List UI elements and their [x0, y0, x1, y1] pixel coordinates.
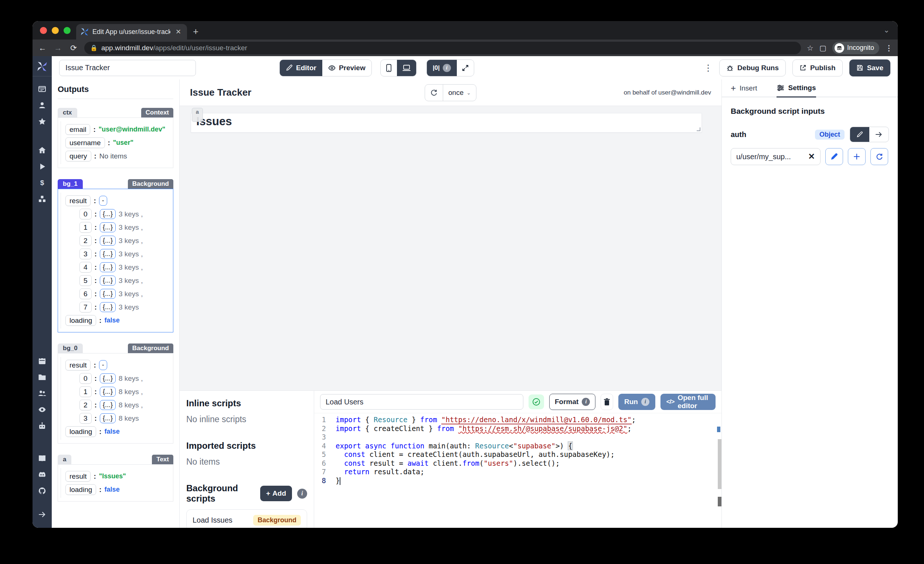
- expand-object-pill[interactable]: {...}: [100, 236, 116, 245]
- expand-object-pill[interactable]: {...}: [100, 400, 116, 410]
- editor-mode-button[interactable]: Editor: [280, 60, 322, 76]
- cubes-icon[interactable]: [33, 191, 52, 207]
- code-line[interactable]: 7 return result.data;: [314, 468, 722, 476]
- item-index-pill[interactable]: 5: [80, 275, 92, 286]
- mobile-view-button[interactable]: [381, 60, 397, 76]
- expand-object-pill[interactable]: {...}: [100, 222, 116, 232]
- open-full-editor-button[interactable]: </> Open full editor: [660, 394, 716, 410]
- preview-mode-button[interactable]: Preview: [322, 60, 372, 76]
- expand-object-pill[interactable]: {...}: [100, 275, 116, 286]
- delete-script-button[interactable]: [601, 394, 613, 410]
- new-tab-button[interactable]: +: [193, 26, 198, 39]
- output-key-pill[interactable]: result: [65, 195, 90, 206]
- item-index-pill[interactable]: 1: [80, 222, 92, 233]
- item-index-pill[interactable]: 0: [80, 209, 92, 219]
- output-key-pill[interactable]: result: [65, 471, 90, 482]
- play-icon[interactable]: [33, 159, 52, 175]
- app-name-input[interactable]: [59, 60, 196, 76]
- code-editor[interactable]: 1import { Resource } from "https://deno.…: [314, 413, 722, 528]
- background-script-row[interactable]: Load IssuesBackground: [186, 509, 307, 528]
- home-icon[interactable]: [33, 142, 52, 159]
- item-index-pill[interactable]: 1: [80, 386, 92, 397]
- code-line[interactable]: 2import { createClient } from "https://e…: [314, 424, 722, 433]
- clear-icon[interactable]: ✕: [808, 152, 815, 162]
- reload-icon[interactable]: ⟳: [69, 43, 78, 52]
- code-line[interactable]: 5 const client = createClient(auth.supab…: [314, 450, 722, 459]
- expand-object-pill[interactable]: {...}: [100, 289, 116, 299]
- collapse-toggle[interactable]: -: [99, 196, 107, 206]
- eye-icon[interactable]: [33, 401, 52, 418]
- output-section-tab[interactable]: a: [58, 455, 71, 464]
- refresh-resource-button[interactable]: [870, 148, 888, 165]
- back-icon[interactable]: ←: [38, 43, 47, 52]
- desktop-view-button[interactable]: [397, 60, 416, 76]
- url-field[interactable]: 🔒 app.windmill.dev/apps/edit/u/user/issu…: [84, 42, 801, 54]
- item-index-pill[interactable]: 4: [80, 262, 92, 272]
- refresh-button[interactable]: [425, 85, 443, 101]
- star-icon[interactable]: [33, 114, 52, 130]
- output-key-pill[interactable]: query: [65, 151, 91, 162]
- item-index-pill[interactable]: 2: [80, 399, 92, 410]
- item-index-pill[interactable]: 6: [80, 289, 92, 299]
- calendar-icon[interactable]: [33, 353, 52, 369]
- minimize-window-button[interactable]: [52, 27, 59, 34]
- collapse-sidebar-icon[interactable]: [33, 506, 52, 523]
- text-component[interactable]: a Issues: [191, 113, 702, 133]
- save-button[interactable]: Save: [849, 60, 890, 76]
- side-panel-icon[interactable]: ▢: [819, 43, 826, 52]
- output-key-pill[interactable]: loading: [65, 315, 96, 326]
- resize-handle[interactable]: [697, 127, 700, 131]
- run-button[interactable]: Runi: [618, 394, 655, 410]
- discord-icon[interactable]: [33, 467, 52, 483]
- tab-insert[interactable]: + Insert: [731, 79, 757, 97]
- item-index-pill[interactable]: 3: [80, 413, 92, 423]
- user-icon[interactable]: [33, 97, 52, 114]
- connect-mode-button[interactable]: [869, 127, 888, 142]
- item-index-pill[interactable]: 3: [80, 248, 92, 259]
- output-key-pill[interactable]: loading: [65, 484, 96, 495]
- editor-scrollbar[interactable]: [718, 439, 722, 489]
- resource-input[interactable]: u/user/my_sup... ✕: [731, 148, 820, 165]
- close-window-button[interactable]: [40, 27, 47, 34]
- maximize-window-button[interactable]: [64, 27, 70, 34]
- code-line[interactable]: 6 const result = await client.from("user…: [314, 459, 722, 468]
- forward-icon[interactable]: →: [53, 43, 63, 52]
- code-line[interactable]: 1import { Resource } from "https://deno.…: [314, 416, 722, 424]
- dollar-icon[interactable]: $: [33, 175, 52, 191]
- edit-resource-button[interactable]: [825, 148, 843, 165]
- tab-search-chevron-icon[interactable]: ⌄: [884, 25, 890, 34]
- expand-object-pill[interactable]: {...}: [100, 249, 116, 259]
- fullscreen-button[interactable]: [457, 60, 474, 76]
- expand-object-pill[interactable]: {...}: [100, 373, 116, 383]
- output-key-pill[interactable]: email: [65, 124, 90, 135]
- expand-object-pill[interactable]: {...}: [100, 209, 116, 219]
- debug-runs-button[interactable]: Debug Runs: [719, 60, 786, 76]
- github-icon[interactable]: [33, 483, 52, 499]
- code-line[interactable]: 3: [314, 433, 722, 442]
- refresh-mode-dropdown[interactable]: once ⌄: [443, 85, 476, 101]
- book-icon[interactable]: [33, 450, 52, 467]
- outputs-bar-button[interactable]: |0| i: [427, 60, 457, 76]
- tab-close-icon[interactable]: ✕: [174, 28, 183, 36]
- users-icon[interactable]: [33, 385, 52, 401]
- expand-object-pill[interactable]: {...}: [100, 387, 116, 397]
- output-key-pill[interactable]: loading: [65, 426, 96, 437]
- bookmark-star-icon[interactable]: ☆: [807, 43, 813, 52]
- folder-icon[interactable]: [33, 369, 52, 385]
- format-button[interactable]: Formati: [549, 394, 596, 410]
- expand-object-pill[interactable]: {...}: [100, 302, 116, 312]
- output-section-tab[interactable]: bg_0: [58, 344, 83, 353]
- output-key-pill[interactable]: result: [65, 360, 90, 371]
- app-canvas[interactable]: a Issues: [180, 106, 722, 390]
- add-resource-button[interactable]: [848, 148, 866, 165]
- code-line[interactable]: 8}: [314, 476, 722, 485]
- output-section-tab[interactable]: ctx: [58, 108, 77, 117]
- window-controls[interactable]: [40, 27, 70, 34]
- script-name-input[interactable]: [320, 394, 524, 410]
- item-index-pill[interactable]: 7: [80, 302, 92, 313]
- static-mode-button[interactable]: [850, 127, 869, 142]
- code-line[interactable]: 4export async function main(auth: Resour…: [314, 442, 722, 450]
- apps-icon[interactable]: [33, 81, 52, 97]
- browser-tab[interactable]: Edit App u/user/issue-tracker | ✕: [76, 24, 187, 39]
- output-key-pill[interactable]: username: [65, 138, 105, 148]
